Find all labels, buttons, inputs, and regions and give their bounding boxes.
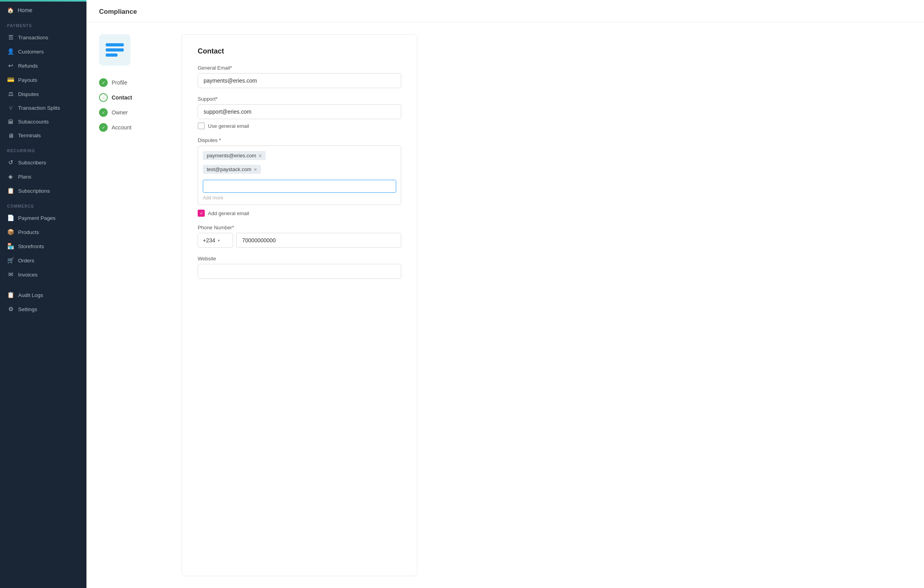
sidebar-item-storefronts[interactable]: 🏪 Storefronts [0,239,86,253]
sidebar-item-label: Payment Pages [18,215,55,221]
add-more-hint: Add more [203,195,396,201]
remove-email-2[interactable]: × [254,167,257,172]
step-label-account: Account [112,124,132,131]
form-section-title: Contact [198,47,401,55]
subaccounts-icon: 🏛 [7,118,14,125]
sidebar-item-label: Subscribers [18,160,46,166]
section-label-payments: PAYMENTS [0,17,86,30]
sidebar-item-label: Disputes [18,91,39,97]
sidebar-item-payouts[interactable]: 💳 Payouts [0,73,86,87]
step-circle-contact: ○ [99,93,108,102]
subscribers-icon: ↺ [7,159,14,166]
home-label: Home [18,7,32,13]
email-tag-2: test@paystack.com × [203,165,261,174]
phone-country-code: +234 [203,237,215,243]
use-general-email-checkbox[interactable] [198,122,205,129]
phone-group: Phone Number* +234 ▾ [198,225,401,248]
website-input[interactable] [198,264,401,279]
disputes-group: Disputes * payments@eries.com × test@pay… [198,137,401,217]
sidebar-item-transaction-splits[interactable]: ⑂ Transaction Splits [0,101,86,115]
content-area: ✓ Profile ○ Contact ✓ Owner ✓ Account Co… [86,22,924,588]
sidebar-item-label: Subaccounts [18,119,49,125]
step-account[interactable]: ✓ Account [99,120,170,135]
sidebar-item-subscriptions[interactable]: 📋 Subscriptions [0,184,86,198]
sidebar-item-products[interactable]: 📦 Products [0,225,86,239]
use-general-email-label: Use general email [208,123,249,129]
step-contact[interactable]: ○ Contact [99,90,170,105]
chevron-down-icon: ▾ [218,238,220,243]
logo-bar-2 [106,48,124,52]
sidebar-item-plans[interactable]: ◈ Plans [0,170,86,184]
sidebar-item-label: Payouts [18,77,37,83]
sidebar-item-label: Products [18,229,39,235]
customers-icon: 👤 [7,48,14,55]
sidebar-item-label: Settings [18,306,37,312]
step-label-contact: Contact [112,94,132,101]
settings-icon: ⚙ [7,306,14,313]
sidebar-item-terminals[interactable]: 🖥 Terminals [0,129,86,142]
sidebar-item-home[interactable]: 🏠 Home [0,2,86,17]
general-email-input[interactable] [198,73,401,88]
sidebar-item-audit-logs[interactable]: 📋 Audit Logs [0,288,86,302]
payment-pages-icon: 📄 [7,214,14,221]
section-label-recurring: RECURRING [0,142,86,155]
steps-panel: ✓ Profile ○ Contact ✓ Owner ✓ Account [99,34,170,576]
sidebar-item-label: Transactions [18,35,48,41]
phone-number-input[interactable] [236,233,401,248]
sidebar-item-label: Audit Logs [18,292,43,298]
compliance-logo [99,34,130,66]
page-header: Compliance [86,0,924,22]
step-circle-profile: ✓ [99,78,108,87]
sidebar-item-orders[interactable]: 🛒 Orders [0,253,86,267]
sidebar-item-label: Subscriptions [18,188,50,194]
sidebar-item-label: Plans [18,174,31,180]
sidebar-item-invoices[interactable]: ✉ Invoices [0,267,86,282]
sidebar-item-label: Orders [18,258,34,264]
support-group: Support* Use general email [198,96,401,129]
logo-bar-1 [106,43,124,46]
transaction-splits-icon: ⑂ [7,105,14,111]
remove-email-1[interactable]: × [259,153,262,159]
audit-logs-icon: 📋 [7,291,14,299]
website-label: Website [198,256,401,262]
sidebar-item-customers[interactable]: 👤 Customers [0,44,86,59]
sidebar-item-transactions[interactable]: ☰ Transactions [0,30,86,44]
refunds-icon: ↩ [7,62,14,69]
invoices-icon: ✉ [7,271,14,278]
sidebar-item-payment-pages[interactable]: 📄 Payment Pages [0,211,86,225]
disputes-label: Disputes * [198,137,401,143]
orders-icon: 🛒 [7,257,14,264]
general-email-group: General Email* [198,65,401,88]
logo-bar-3 [106,53,118,57]
disputes-email-input[interactable] [203,180,396,193]
email-tag-value-2: test@paystack.com [207,166,252,172]
step-profile[interactable]: ✓ Profile [99,75,170,90]
logo-icon [106,43,124,57]
disputes-email-tags-2: test@paystack.com × [203,164,396,175]
sidebar-item-disputes[interactable]: ⚖ Disputes [0,87,86,101]
step-circle-owner: ✓ [99,108,108,117]
sidebar-item-refunds[interactable]: ↩ Refunds [0,59,86,73]
sidebar-item-label: Refunds [18,63,38,69]
sidebar-item-subaccounts[interactable]: 🏛 Subaccounts [0,115,86,129]
terminals-icon: 🖥 [7,132,14,139]
add-general-email-checkbox[interactable]: ✓ [198,210,205,217]
sidebar-item-settings[interactable]: ⚙ Settings [0,302,86,316]
email-tag-1: payments@eries.com × [203,151,266,160]
sidebar: 🏠 Home PAYMENTS ☰ Transactions 👤 Custome… [0,0,86,588]
phone-country-selector[interactable]: +234 ▾ [198,233,233,248]
phone-row: +234 ▾ [198,233,401,248]
sidebar-item-label: Terminals [18,133,41,138]
add-general-email-row: ✓ Add general email [198,210,401,217]
payouts-icon: 💳 [7,76,14,83]
plans-icon: ◈ [7,173,14,180]
sidebar-item-subscribers[interactable]: ↺ Subscribers [0,155,86,170]
step-circle-account: ✓ [99,123,108,132]
disputes-icon: ⚖ [7,90,14,98]
home-icon: 🏠 [7,7,14,13]
support-input[interactable] [198,104,401,119]
transactions-icon: ☰ [7,34,14,41]
disputes-email-tags: payments@eries.com × [203,150,396,161]
step-owner[interactable]: ✓ Owner [99,105,170,120]
general-email-label: General Email* [198,65,401,71]
